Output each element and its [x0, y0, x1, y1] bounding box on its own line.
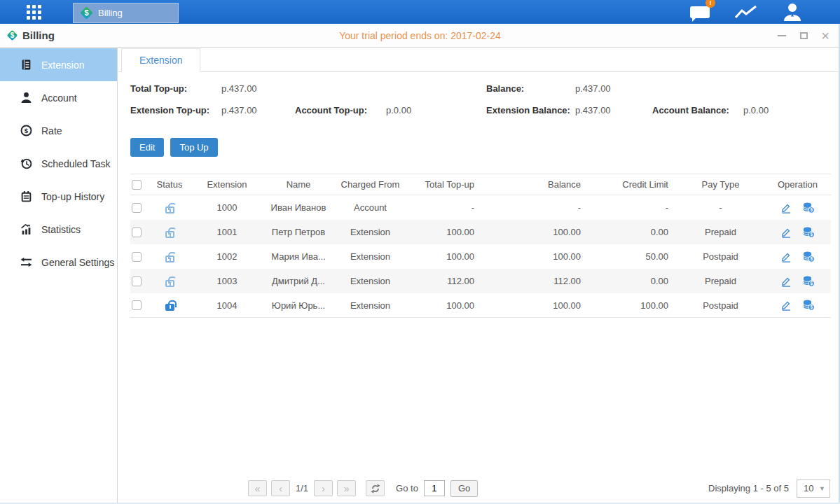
- refresh-icon: [371, 484, 380, 493]
- cell-pay-type: -: [677, 202, 764, 213]
- tab-strip: Extension: [118, 48, 840, 72]
- svg-text:$: $: [810, 207, 813, 213]
- row-checkbox[interactable]: [132, 276, 142, 286]
- reports-icon[interactable]: [734, 3, 759, 21]
- locked-icon: [165, 304, 174, 311]
- trial-notice: Your trial period ends on: 2017-02-24: [0, 30, 840, 41]
- edit-row-icon[interactable]: [780, 251, 792, 262]
- next-page-button[interactable]: ›: [314, 480, 333, 496]
- sidebar-item-rate[interactable]: $ Rate: [0, 114, 117, 147]
- select-all-checkbox[interactable]: [132, 180, 142, 190]
- cell-total-topup: 100.00: [407, 251, 484, 262]
- user-icon[interactable]: [780, 3, 805, 21]
- page-size-value: 10: [797, 483, 813, 493]
- extension-topup-value: p.437.00: [221, 105, 257, 115]
- svg-text:$: $: [810, 232, 813, 237]
- line-chart-icon: [734, 4, 758, 20]
- cell-extension: 1004: [191, 300, 263, 311]
- edit-row-icon[interactable]: [780, 300, 792, 311]
- top-up-row-icon[interactable]: $: [803, 276, 815, 287]
- cell-name: Иван Иванов: [263, 202, 333, 213]
- cell-total-topup: 100.00: [407, 227, 484, 237]
- cell-name: Юрий Юрь...: [263, 300, 333, 311]
- sidebar-item-label: Scheduled Task: [41, 158, 111, 169]
- cell-pay-type: Prepaid: [677, 276, 764, 286]
- go-button[interactable]: Go: [450, 480, 478, 497]
- balance-value: p.437.00: [575, 83, 611, 94]
- page-indicator: 1/1: [296, 483, 308, 493]
- unlocked-icon: [165, 231, 174, 238]
- row-checkbox[interactable]: [132, 203, 142, 213]
- edit-row-icon[interactable]: [780, 227, 792, 238]
- extension-balance-value: p.437.00: [575, 105, 611, 115]
- messages-icon[interactable]: !: [687, 3, 712, 21]
- window-title: Billing: [22, 29, 55, 41]
- top-up-button[interactable]: Top Up: [170, 138, 217, 157]
- column-charged-from: Charged From: [333, 179, 407, 190]
- sidebar-item-label: Account: [41, 92, 77, 104]
- edit-button[interactable]: Edit: [130, 138, 164, 157]
- cell-extension: 1003: [191, 276, 263, 286]
- sidebar-item-topup-history[interactable]: Top-up History: [0, 180, 117, 213]
- table-header: Status Extension Name Charged From Total…: [130, 174, 831, 195]
- cell-charged-from: Extension: [333, 227, 407, 237]
- balance-label: Balance:: [486, 83, 524, 94]
- extension-balance-label: Extension Balance:: [486, 105, 570, 115]
- column-pay-type: Pay Type: [677, 179, 764, 190]
- topup-history-icon: [20, 190, 32, 202]
- account-topup-label: Account Top-up:: [295, 105, 367, 115]
- sidebar-item-label: Top-up History: [41, 191, 104, 202]
- billing-app-tab[interactable]: $ Billing: [73, 3, 179, 23]
- column-name: Name: [263, 179, 333, 190]
- cell-name: Мария Ива...: [263, 251, 333, 262]
- column-balance: Balance: [484, 179, 589, 190]
- sidebar-item-general-settings[interactable]: General Settings: [0, 246, 117, 279]
- row-checkbox[interactable]: [132, 227, 142, 237]
- scheduled-task-icon: [20, 158, 32, 169]
- total-topup-label: Total Top-up:: [130, 83, 187, 94]
- row-checkbox[interactable]: [132, 252, 142, 262]
- last-page-button[interactable]: »: [337, 480, 356, 496]
- refresh-button[interactable]: [366, 480, 385, 496]
- cell-credit-limit: 50.00: [589, 251, 677, 262]
- table-row: 1003Дмитрий Д...Extension112.00112.000.0…: [130, 269, 831, 293]
- edit-row-icon[interactable]: [780, 276, 792, 287]
- cell-credit-limit: 0.00: [589, 276, 677, 286]
- message-bubble-icon: [690, 6, 710, 18]
- top-up-row-icon[interactable]: $: [803, 227, 815, 238]
- minimize-icon[interactable]: [777, 31, 787, 41]
- cell-balance: 100.00: [484, 300, 589, 311]
- close-icon[interactable]: ×: [820, 31, 830, 41]
- table-row: 1001Петр ПетровExtension100.00100.000.00…: [130, 220, 831, 244]
- cell-extension: 1002: [191, 251, 263, 262]
- maximize-icon[interactable]: [799, 31, 808, 41]
- goto-page-input[interactable]: [424, 480, 445, 496]
- top-up-row-icon[interactable]: $: [803, 202, 815, 214]
- chevron-down-icon: ▼: [819, 485, 829, 492]
- main-content: Extension Total Top-up: p.437.00 Balance…: [118, 48, 840, 504]
- page-size-select[interactable]: 10 ▼: [797, 479, 830, 498]
- first-page-button[interactable]: «: [248, 480, 267, 496]
- cell-charged-from: Extension: [333, 251, 407, 262]
- unlocked-icon: [165, 280, 174, 287]
- tab-extension[interactable]: Extension: [121, 48, 200, 72]
- sidebar-item-statistics[interactable]: Statistics: [0, 213, 117, 246]
- row-checkbox[interactable]: [132, 300, 142, 310]
- sidebar-item-scheduled-task[interactable]: Scheduled Task: [0, 147, 117, 180]
- apps-grid-icon[interactable]: [27, 5, 41, 20]
- cell-pay-type: Postpaid: [677, 251, 764, 262]
- sidebar-item-extension[interactable]: Extension: [0, 48, 117, 81]
- edit-row-icon[interactable]: [780, 202, 792, 214]
- statistics-icon: [20, 223, 32, 235]
- svg-text:$: $: [810, 304, 813, 310]
- top-bar: $ Billing !: [0, 0, 840, 24]
- prev-page-button[interactable]: ‹: [271, 480, 290, 496]
- sidebar-item-account[interactable]: Account: [0, 81, 117, 114]
- column-extension: Extension: [191, 179, 263, 190]
- top-up-row-icon[interactable]: $: [803, 300, 815, 311]
- pagination-bar: « ‹ 1/1 › » Go to Go Displaying 1 - 5 of…: [248, 479, 830, 498]
- extensions-table: Status Extension Name Charged From Total…: [130, 174, 831, 318]
- top-up-row-icon[interactable]: $: [803, 251, 815, 262]
- table-row: 1000Иван ИвановAccount----$: [130, 195, 831, 220]
- general-settings-icon: [20, 256, 32, 268]
